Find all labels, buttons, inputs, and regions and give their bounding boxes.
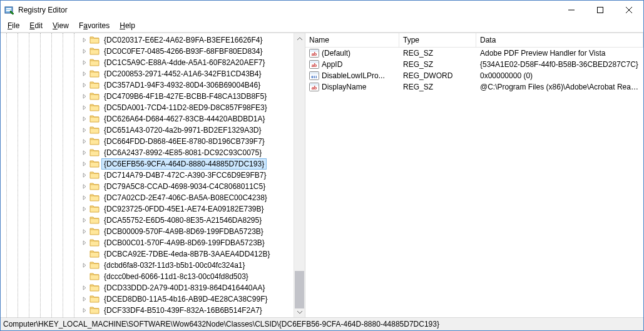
chevron-right-icon xyxy=(81,228,88,235)
menu-help[interactable]: Help xyxy=(115,21,140,31)
maximize-button[interactable] xyxy=(586,1,615,19)
expand-glyph[interactable] xyxy=(79,193,89,203)
expand-glyph[interactable] xyxy=(79,305,89,315)
expand-glyph[interactable] xyxy=(79,294,89,304)
tree-node[interactable]: {dccc0bed-6066-11d1-8c13-00c04fd8d503} xyxy=(79,271,276,282)
tree-node[interactable]: {dcbd6fa8-032f-11d3-b5b1-00c04fc324a1} xyxy=(79,260,276,271)
menu-file[interactable]: File xyxy=(3,21,24,31)
expand-glyph[interactable] xyxy=(79,148,89,158)
expand-glyph[interactable] xyxy=(79,46,89,56)
tree-node[interactable]: {DCED8DB0-11A5-4b16-AB9D-4E28CA38C99F} xyxy=(79,293,276,305)
menu-edit[interactable]: Edit xyxy=(25,21,47,31)
tree-node[interactable]: {DC79A5C8-CCAD-4698-9034-C4C8068011C5} xyxy=(79,181,276,192)
tree-node[interactable]: {DCD33DDD-2A79-40D1-8319-864D416440AA} xyxy=(79,282,276,293)
expand-glyph[interactable] xyxy=(79,80,89,90)
tree-node[interactable]: {DCB00009-570F-4A9B-8D69-199FDBA5723B} xyxy=(79,226,276,237)
tree-node[interactable]: {DC6EFB56-9CFA-464D-8880-44885D7DC193} xyxy=(79,158,276,170)
chevron-right-icon xyxy=(81,183,88,190)
expand-glyph[interactable] xyxy=(79,58,89,68)
tree-node[interactable]: {DCF33DF4-B510-439F-832A-16B6B514F2A7} xyxy=(79,305,276,316)
value-row[interactable]: (Default)REG_SZAdobe PDF Preview Handler… xyxy=(305,48,643,59)
folder-icon xyxy=(89,227,100,237)
tree-scroll-area[interactable]: {DC020317-E6E2-4A62-B9FA-B3EFE16626F4}{D… xyxy=(1,33,294,317)
tree-node-label: {DC357AD1-94F3-4932-80D4-306B69004B46} xyxy=(101,79,263,91)
tree-node-label: {DCBCA92E-7DBE-4eda-8B7B-3AAEA4DD412B} xyxy=(101,248,272,260)
expand-glyph[interactable] xyxy=(79,260,89,270)
tree-node[interactable]: {DCB00C01-570F-4A9B-8D69-199FDBA5723B} xyxy=(79,237,276,248)
tree-node[interactable]: {DC4709B6-4F1B-427E-BCBB-F48CA13DB8F5} xyxy=(79,91,276,102)
expand-glyph[interactable] xyxy=(79,35,89,45)
chevron-up-icon xyxy=(297,36,302,41)
folder-icon xyxy=(89,159,100,169)
chevron-right-icon xyxy=(81,161,88,167)
tree-node-label: {DC1C5A9C-E88A-4dde-A5A1-60F82A20AEF7} xyxy=(101,57,267,68)
value-type-cell: REG_SZ xyxy=(399,60,476,69)
chevron-down-icon xyxy=(297,310,302,315)
column-header-name[interactable]: Name xyxy=(305,33,399,47)
value-row[interactable]: AppIDREG_SZ{534A1E02-D58F-44f0-B58B-36CB… xyxy=(305,59,643,70)
tree-node[interactable]: {DC664FDD-D868-46EE-8780-8D196CB739F7} xyxy=(79,136,276,147)
tree-node[interactable]: {DC7A02CD-2E47-406C-BA5A-B08EC00C4238} xyxy=(79,192,276,203)
tree-node-label: {DC4709B6-4F1B-427E-BCBB-F48CA13DB8F5} xyxy=(101,91,269,102)
scroll-up-button[interactable] xyxy=(294,33,305,44)
value-type-cell: REG_SZ xyxy=(399,83,476,91)
scroll-down-button[interactable] xyxy=(294,307,305,317)
folder-icon xyxy=(89,193,100,203)
tree-node-label: {DC714A79-D4B7-472C-A390-3FCC6D9E9FB7} xyxy=(101,170,268,181)
folder-icon xyxy=(89,170,100,180)
tree-node[interactable]: {DCA55752-E6D5-4080-8E35-A21546DA8295} xyxy=(79,215,276,226)
minimize-button[interactable] xyxy=(557,1,586,19)
expand-glyph[interactable] xyxy=(79,215,89,225)
tree-node[interactable]: {DC923725-0FDD-45E1-AE74-EA09182E739B} xyxy=(79,203,276,215)
tree-vertical-scrollbar[interactable] xyxy=(294,33,305,317)
expand-glyph[interactable] xyxy=(79,69,89,79)
listview-header: Name Type Data xyxy=(305,33,643,48)
listview-body[interactable]: (Default)REG_SZAdobe PDF Preview Handler… xyxy=(305,48,643,317)
column-header-data[interactable]: Data xyxy=(476,33,643,47)
tree-node-label: {DCED8DB0-11A5-4b16-AB9D-4E28CA38C99F} xyxy=(101,293,270,305)
expand-glyph[interactable] xyxy=(79,283,89,293)
tree-node-label: {DC79A5C8-CCAD-4698-9034-C4C8068011C5} xyxy=(101,181,268,192)
column-header-type[interactable]: Type xyxy=(399,33,476,47)
tree-node[interactable]: {DC6A2437-8992-4E85-8081-DC92C93C0075} xyxy=(79,147,276,158)
tree-node[interactable]: {DC357AD1-94F3-4932-80D4-306B69004B46} xyxy=(79,79,276,91)
value-name-cell: (Default) xyxy=(305,48,399,58)
expand-glyph[interactable] xyxy=(79,114,89,124)
value-row[interactable]: DisplayNameREG_SZ@C:\Program Files (x86)… xyxy=(305,81,643,93)
tree-node[interactable]: {DCBCA92E-7DBE-4eda-8B7B-3AAEA4DD412B} xyxy=(79,248,276,260)
chevron-right-icon xyxy=(81,285,88,291)
svg-rect-9 xyxy=(598,8,603,13)
menu-favorites[interactable]: Favorites xyxy=(74,21,114,31)
tree-node[interactable]: {DC020317-E6E2-4A62-B9FA-B3EFE16626F4} xyxy=(79,34,276,46)
tree-node[interactable]: {DC626A64-D684-4627-83CB-44420ABDBD1A} xyxy=(79,113,276,125)
tree-node[interactable]: {DC200853-2971-4452-A1A6-342FB1CD43B4} xyxy=(79,68,276,79)
folder-icon xyxy=(89,215,100,225)
menubar: File Edit View Favorites Help xyxy=(1,19,643,33)
expand-glyph[interactable] xyxy=(79,91,89,101)
menu-view[interactable]: View xyxy=(48,21,73,31)
values-pane: Name Type Data (Default)REG_SZAdobe PDF … xyxy=(305,33,643,317)
expand-glyph[interactable] xyxy=(79,227,89,237)
tree-node[interactable]: {DC0C0FE7-0485-4266-B93F-68FBF80ED834} xyxy=(79,46,276,57)
value-row[interactable]: DisableLowILPro...REG_DWORD0x00000000 (0… xyxy=(305,70,643,81)
tree-node[interactable]: {DC714A79-D4B7-472C-A390-3FCC6D9E9FB7} xyxy=(79,170,276,181)
tree-node-label: {DC651A43-0720-4a2b-9971-BD2EF1329A3D} xyxy=(101,125,264,136)
expand-glyph[interactable] xyxy=(79,103,89,113)
expand-glyph[interactable] xyxy=(79,204,89,214)
tree-node-label: {DC5DA001-7CD4-11D2-8ED9-D8C857F98FE3} xyxy=(101,102,270,113)
scroll-thumb[interactable] xyxy=(295,271,304,308)
expand-glyph[interactable] xyxy=(79,125,89,135)
folder-icon xyxy=(89,238,100,248)
expand-glyph[interactable] xyxy=(79,238,89,248)
expand-glyph[interactable] xyxy=(79,159,89,169)
tree-node-label: {DC6EFB56-9CFA-464D-8880-44885D7DC193} xyxy=(101,158,267,170)
tree-node[interactable]: {DC5DA001-7CD4-11D2-8ED9-D8C857F98FE3} xyxy=(79,102,276,113)
titlebar[interactable]: Registry Editor xyxy=(1,1,643,19)
expand-glyph[interactable] xyxy=(79,136,89,146)
expand-glyph[interactable] xyxy=(79,170,89,180)
tree-node[interactable]: {DC651A43-0720-4a2b-9971-BD2EF1329A3D} xyxy=(79,125,276,136)
tree-node[interactable]: {DC1C5A9C-E88A-4dde-A5A1-60F82A20AEF7} xyxy=(79,57,276,68)
expand-glyph[interactable] xyxy=(79,181,89,191)
folder-icon xyxy=(89,294,100,304)
close-button[interactable] xyxy=(615,1,643,19)
